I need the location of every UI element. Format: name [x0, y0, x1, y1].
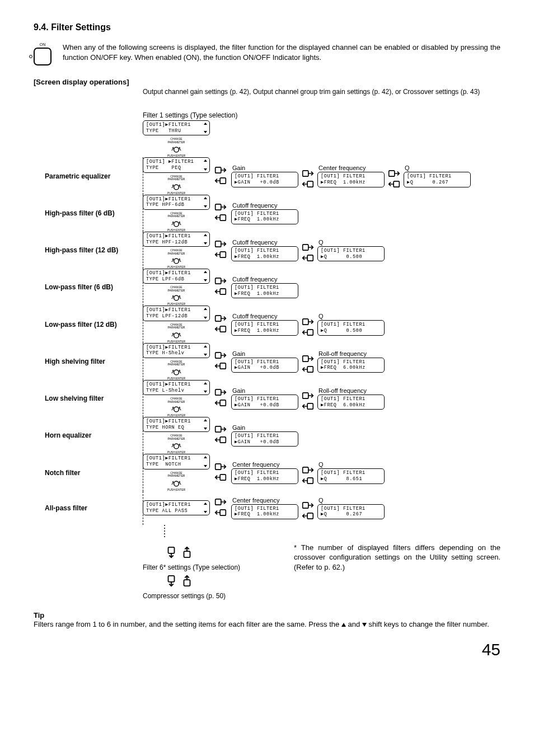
svg-rect-25 — [307, 329, 313, 335]
shift-down-icon[interactable] — [165, 546, 177, 560]
shift-down-icon[interactable] — [165, 575, 177, 589]
param-knob-icon[interactable]: CHANGEPARAMETER PUSH:ENTER — [167, 138, 185, 157]
nav-keys — [302, 318, 314, 338]
param-knob-icon[interactable]: CHANGEPARAMETERPUSH:ENTER — [167, 323, 185, 343]
svg-rect-12 — [220, 215, 226, 220]
svg-rect-6 — [303, 170, 308, 176]
param-title: Gain — [232, 387, 245, 394]
param-knob-icon[interactable]: CHANGEPARAMETERPUSH:ENTER — [167, 175, 185, 195]
filter-row-label: Horn equalizer — [45, 431, 143, 439]
svg-rect-24 — [303, 318, 308, 324]
onoff-key[interactable]: ON — [34, 43, 51, 65]
nav-keys — [302, 355, 314, 375]
right-key-icon[interactable] — [214, 463, 227, 472]
right-key-icon[interactable] — [302, 170, 314, 179]
left-key-icon[interactable] — [302, 254, 314, 264]
left-key-icon[interactable] — [214, 214, 227, 223]
right-key-icon[interactable] — [302, 243, 314, 253]
top-context-note: Output channel gain settings (p. 42), Ou… — [143, 87, 500, 96]
left-key-icon[interactable] — [214, 473, 227, 483]
svg-rect-32 — [216, 389, 221, 395]
left-key-icon[interactable] — [388, 180, 400, 190]
right-key-icon[interactable] — [302, 392, 314, 401]
left-key-icon[interactable] — [302, 402, 314, 412]
left-key-icon[interactable] — [302, 180, 314, 190]
left-key-icon[interactable] — [302, 328, 314, 338]
right-key-icon[interactable] — [302, 501, 314, 511]
shift-up-icon[interactable] — [181, 575, 193, 589]
operations-subhead: [Screen display operations] — [34, 78, 500, 86]
right-key-icon[interactable] — [214, 498, 227, 508]
param-knob-icon[interactable]: CHANGEPARAMETERPUSH:ENTER — [167, 286, 185, 306]
param-knob-icon[interactable]: CHANGEPARAMETERPUSH:ENTER — [167, 434, 185, 454]
svg-point-2 — [174, 148, 179, 153]
triangle-up-icon — [341, 623, 346, 627]
svg-point-39 — [174, 481, 179, 486]
right-key-icon[interactable] — [214, 166, 227, 176]
param-title: Q — [318, 313, 324, 320]
svg-rect-20 — [220, 289, 226, 294]
param-title: Roll-off frequency — [318, 350, 367, 357]
nav-keys — [214, 498, 227, 518]
right-key-icon[interactable] — [214, 388, 227, 398]
param-knob-icon[interactable]: CHANGEPARAMETERPUSH:ENTER — [167, 472, 185, 491]
right-key-icon[interactable] — [214, 351, 227, 361]
lcd-screen: [OUT1]▶FILTER1TYPE LPF-6dB — [143, 269, 210, 284]
left-key-icon[interactable] — [214, 436, 227, 445]
right-key-icon[interactable] — [302, 466, 314, 476]
svg-rect-38 — [220, 437, 226, 443]
svg-rect-46 — [303, 503, 308, 508]
svg-point-13 — [174, 259, 179, 264]
svg-rect-44 — [216, 499, 221, 505]
left-key-icon[interactable] — [214, 509, 227, 518]
filter-row-label: Low-pass filter (6 dB) — [45, 283, 143, 291]
svg-rect-45 — [220, 510, 226, 515]
left-key-icon[interactable] — [302, 512, 314, 522]
shift-up-icon[interactable] — [181, 546, 193, 560]
param-title: Cutoff frequency — [232, 276, 278, 283]
right-key-icon[interactable] — [214, 425, 227, 435]
param-knob-icon[interactable]: CHANGEPARAMETERPUSH:ENTER — [167, 249, 185, 269]
tip-heading: Tip — [34, 611, 500, 619]
param-title: Center frequency — [232, 461, 279, 468]
left-key-icon[interactable] — [214, 251, 227, 260]
nav-keys — [302, 243, 314, 264]
svg-rect-52 — [184, 580, 190, 586]
lcd-screen: [OUT1] FILTER1▶Q 0.267 — [317, 504, 385, 519]
right-key-icon[interactable] — [388, 170, 400, 179]
left-key-icon[interactable] — [302, 365, 314, 375]
lcd-screen: [OUT1] FILTER1▶FREQ 1.00kHz — [231, 209, 298, 224]
filter-row-label: Parametric equalizer — [45, 172, 143, 180]
left-key-icon[interactable] — [214, 325, 227, 335]
right-key-icon[interactable] — [214, 277, 227, 287]
vertical-ellipsis-icon — [163, 525, 500, 538]
filter-row: All-pass filter[OUT1]▶FILTER1TYPE ALL PA… — [45, 491, 500, 525]
nav-keys — [214, 277, 227, 297]
right-key-icon[interactable] — [302, 318, 314, 327]
svg-rect-47 — [307, 513, 313, 519]
param-title: Center frequency — [232, 497, 279, 504]
right-key-icon[interactable] — [214, 240, 227, 250]
left-key-icon[interactable] — [214, 362, 227, 372]
page-number: 45 — [34, 640, 500, 659]
param-knob-icon[interactable]: CHANGEPARAMETERPUSH:ENTER — [167, 212, 185, 232]
lcd-screen: [OUT1] FILTER1▶GAIN +0.0dB — [231, 172, 298, 187]
left-key-icon[interactable] — [214, 177, 227, 186]
filter-row: High-pass filter (6 dB)[OUT1]▶FILTER1TYP… — [45, 195, 500, 232]
param-knob-icon[interactable]: CHANGEPARAMETERPUSH:ENTER — [167, 397, 185, 417]
left-key-icon[interactable] — [302, 477, 314, 486]
svg-rect-5 — [220, 177, 226, 183]
left-key-icon[interactable] — [214, 399, 227, 408]
left-key-icon[interactable] — [214, 288, 227, 297]
param-title: Cutoff frequency — [232, 313, 278, 320]
right-key-icon[interactable] — [214, 314, 227, 324]
nav-keys — [214, 388, 227, 408]
param-knob-icon[interactable]: CHANGEPARAMETERPUSH:ENTER — [167, 360, 185, 380]
right-key-icon[interactable] — [302, 355, 314, 364]
lcd-screen: [OUT1]▶FILTER1TYPE HPF-12dB — [143, 232, 210, 247]
svg-rect-34 — [303, 393, 308, 398]
right-key-icon[interactable] — [214, 203, 227, 213]
lcd-screen: [OUT1] FILTER1▶GAIN +0.0dB — [231, 395, 298, 410]
lcd-screen: [OUT1]▶FILTER1TYPE HPF-6dB — [143, 195, 210, 210]
filter-row: High shelving filter[OUT1]▶FILTER1TYPE H… — [45, 343, 500, 380]
